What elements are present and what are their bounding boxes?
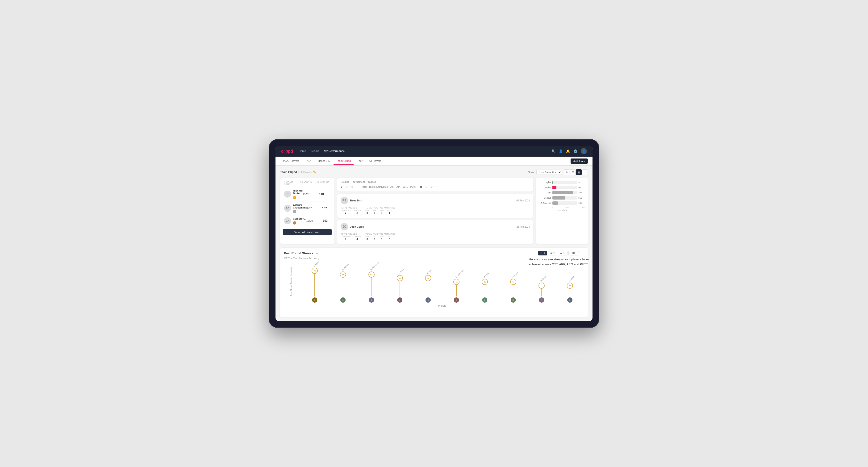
nav-teams[interactable]: Teams — [311, 150, 319, 153]
add-team-button[interactable]: Add Team — [570, 158, 588, 164]
search-icon[interactable]: 🔍 — [552, 149, 555, 153]
subnav-team-clippd[interactable]: Team Clippd — [334, 158, 353, 165]
avatar: E — [454, 298, 459, 303]
avatar: CA — [284, 217, 291, 224]
bar-row: Bogeys 311 — [539, 196, 585, 199]
streak-badge: 6x — [368, 272, 375, 278]
table-row: RB Richard Butler 1 19/20 110 — [283, 187, 332, 201]
stat-app: APP 0 — [372, 210, 376, 214]
bar-value: 131 — [578, 202, 585, 204]
player-col: 5xR. Britt — [414, 263, 442, 297]
filter-app[interactable]: APP — [548, 251, 557, 255]
nav-my-performance[interactable]: My Performance — [324, 150, 345, 153]
nav-home[interactable]: Home — [299, 150, 306, 153]
avatar[interactable]: 👤 — [581, 148, 587, 154]
table-row: CA Cameron... 3 17/20 103 — [283, 215, 332, 226]
col-pb-score: PB SCORE — [300, 181, 316, 185]
stat-tournament: Tournament 8 — [341, 236, 350, 241]
card-top: JC Josh Coles 26 Aug 2023 — [341, 223, 530, 230]
avatar: D — [482, 298, 487, 303]
show-select[interactable]: Last 3 months — [536, 169, 562, 175]
player-name-label: J. Coles — [398, 269, 404, 275]
filter-arg[interactable]: ARG — [558, 251, 567, 255]
avatar: R — [426, 298, 431, 303]
filter-putt[interactable]: PUTT — [568, 251, 579, 255]
pb-score: 17/20 — [306, 219, 323, 222]
stat-practice-activities: Total Practice Activities OTT0 APP0 ARG0… — [365, 233, 395, 241]
subnav-all-players[interactable]: All Players — [366, 158, 384, 165]
avatar: D — [369, 298, 374, 303]
stat-row: OTT0 APP0 ARG0 PUTT0 — [365, 236, 395, 241]
rounds-label: Total Rounds — [341, 207, 361, 209]
streak-badge: 3x — [538, 283, 545, 289]
bar-label: Birdies — [539, 186, 551, 189]
streaks-filter: OTT APP ARG PUTT ← — [538, 251, 584, 255]
view-card-btn[interactable]: ▦ — [576, 169, 582, 175]
bell-icon[interactable]: 🔔 — [566, 149, 570, 153]
user-icon[interactable]: 👤 — [559, 149, 563, 153]
bar-fill — [552, 201, 558, 205]
bronze-badge: 3 — [293, 221, 296, 224]
player-name-label: E. Ebert — [313, 261, 319, 267]
practice-1: 6 — [351, 185, 353, 189]
player-name-label: R. Britt — [427, 269, 432, 275]
players-label: Players — [301, 305, 584, 307]
avatar: C — [567, 298, 572, 303]
player-x-avatar: D — [357, 298, 385, 303]
stat-row: Tournament 8 Practice 4 — [341, 236, 361, 241]
view-list-btn[interactable]: ☰ — [570, 169, 576, 175]
player-name-wrap: Cameron... 3 — [293, 217, 306, 224]
stat-practice: Practice 6 — [354, 210, 361, 215]
chart-axis: 0 200 400 — [539, 206, 585, 208]
player-col: 4xM. Maller — [499, 263, 527, 297]
dot-line — [343, 274, 343, 297]
streaks-header: Best Round Streaks ← OTT APP ARG PUTT ← — [284, 251, 584, 255]
axis-200: 200 — [566, 206, 569, 208]
nav-right: 🔍 👤 🔔 ⚙️ 👤 — [552, 148, 587, 154]
josh-name: Josh Coles — [350, 225, 364, 228]
player-col: 6xD. Billingham — [357, 263, 385, 297]
view-leaderboard-button[interactable]: View Full Leaderboard — [283, 229, 332, 236]
player-x-avatar: E — [442, 298, 470, 303]
player-x-avatar: E — [301, 298, 329, 303]
app-1: 0 — [426, 185, 427, 189]
bar-value: 96 — [578, 186, 585, 189]
stat-practice-activities: Total Practice Activities OTT 0 APP 0 — [365, 207, 395, 215]
subnav-hcaps[interactable]: Hcaps 1-5 — [315, 158, 333, 165]
bar-container — [552, 186, 577, 189]
settings-icon[interactable]: ⚙️ — [574, 149, 578, 153]
tournament-label: Tournament — [341, 210, 350, 212]
avatar: RB — [284, 191, 291, 198]
pb-avg: 107 — [322, 207, 336, 210]
bar-fill — [552, 186, 556, 189]
bar-row: Birdies 96 — [539, 186, 585, 189]
show-controls: Show Last 3 months ⊞ ☰ ▦ ⋮ — [528, 169, 588, 175]
ott-1: 0 — [420, 185, 422, 189]
y-axis-label: Best Streak, Fairway Accuracy — [290, 282, 292, 296]
player-badge: 3 — [293, 221, 296, 224]
edit-icon[interactable]: ✏️ — [313, 170, 316, 174]
filter-ott[interactable]: OTT — [538, 251, 547, 255]
bar-label: D.Bogeys+ — [539, 202, 551, 204]
dot-plot-wrapper: Best Streak, Fairway Accuracy 7xE. Ebert… — [284, 263, 584, 314]
view-table-btn[interactable]: ⋮ — [582, 169, 588, 175]
rees-name: Rees Britt — [350, 199, 362, 202]
view-grid-btn[interactable]: ⊞ — [564, 169, 569, 175]
subnav-pga[interactable]: PGA — [303, 158, 314, 165]
pb-score: 18/20 — [306, 207, 322, 210]
arrow-left-icon: ← — [315, 251, 318, 255]
subnav-pgat[interactable]: PGAT Players — [280, 158, 302, 165]
col-player: PLAYER NAME — [284, 181, 300, 185]
josh-avatar: JC — [341, 223, 348, 230]
player-badge: 2 — [293, 210, 296, 213]
nav-bar: clippd Home Teams My Performance 🔍 👤 🔔 ⚙… — [276, 146, 592, 157]
stat-row: OTT 0 APP 0 ARG 0 — [365, 210, 395, 214]
streak-badge: 7x — [312, 268, 318, 274]
player-col: 6xB. McHarg — [329, 263, 357, 297]
team-name: Team Clippd — [280, 170, 297, 174]
x-avatars: EBDJREDMRC — [301, 298, 584, 303]
subnav-tour[interactable]: Tour — [354, 158, 365, 165]
player-name-label: D. Billingham — [370, 261, 379, 271]
tournament-val: 7 — [345, 212, 346, 215]
view-icons: ⊞ ☰ ▦ ⋮ — [564, 169, 588, 175]
